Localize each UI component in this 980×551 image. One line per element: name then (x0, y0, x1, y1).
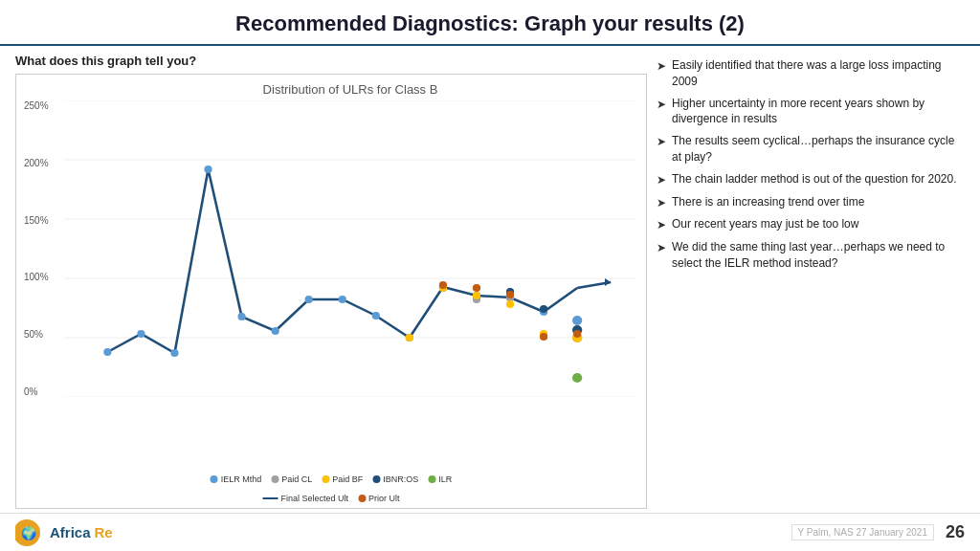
svg-point-29 (506, 300, 514, 308)
bullet-text-7: We did the same thing last year…perhaps … (672, 239, 965, 272)
svg-point-14 (339, 296, 346, 303)
bullet-3: ➤ The results seem cyclical…perhaps the … (657, 133, 965, 165)
svg-point-38 (506, 291, 514, 298)
africa-re-logo-icon: 🌍 (15, 518, 46, 548)
bullet-text-5: There is an increasing trend over time (672, 194, 864, 210)
chart-svg: 2005 2006 2007 2008 2009 2010 2011 2012 … (64, 100, 636, 397)
svg-point-7 (103, 348, 111, 356)
legend-dot-ielr (211, 475, 218, 483)
chart-container: Distribution of ULRs for Class B 250% 20… (15, 74, 647, 509)
slide-header: Recommended Diagnostics: Graph your resu… (0, 0, 980, 46)
svg-point-39 (540, 333, 547, 341)
page-number: 26 (946, 522, 965, 542)
bullet-arrow-3: ➤ (657, 134, 666, 150)
legend-dot-paidcl (271, 475, 278, 483)
svg-point-15 (372, 312, 380, 320)
legend-dot-paidbf (322, 475, 329, 483)
slide-title: Recommended Diagnostics: Graph your resu… (19, 11, 961, 36)
bullet-6: ➤ Our recent years may just be too low (657, 216, 965, 233)
legend-ibnros: IBNR:OS (372, 474, 418, 484)
svg-point-10 (204, 165, 212, 173)
svg-point-12 (272, 327, 279, 335)
logo: 🌍 Africa Re (15, 518, 113, 548)
chart-question: What does this graph tell you? (15, 54, 647, 68)
svg-point-37 (473, 284, 480, 292)
legend-prior: Prior Ult (358, 494, 400, 503)
bullet-text-6: Our recent years may just be too low (672, 216, 858, 232)
svg-point-26 (406, 334, 413, 342)
svg-point-21 (572, 316, 582, 325)
bullet-arrow-1: ➤ (657, 58, 666, 75)
slide: Recommended Diagnostics: Graph your resu… (0, 0, 980, 551)
chart-title: Distribution of ULRs for Class B (64, 82, 636, 97)
right-panel: ➤ Easily identified that there was a lar… (657, 54, 965, 509)
legend-ielr: IELR Mthd (211, 474, 262, 484)
bullet-7: ➤ We did the same thing last year…perhap… (657, 239, 965, 272)
bullet-text-4: The chain ladder method is out of the qu… (672, 171, 957, 187)
svg-point-40 (573, 330, 581, 338)
svg-point-11 (237, 313, 245, 320)
footer-right: Y Palm, NAS 27 January 2021 26 (791, 522, 965, 542)
svg-point-33 (540, 305, 547, 313)
bullet-2: ➤ Higher uncertainty in more recent year… (657, 96, 965, 128)
bullet-arrow-7: ➤ (657, 240, 666, 256)
legend-final: Final Selected Ult (262, 494, 348, 503)
legend-dot-ibnros (372, 475, 380, 483)
bullet-arrow-6: ➤ (657, 217, 666, 233)
svg-marker-6 (605, 278, 611, 286)
bullet-5: ➤ There is an increasing trend over time (657, 194, 965, 211)
legend-dot-ilr (428, 475, 435, 483)
bullet-arrow-4: ➤ (657, 172, 666, 188)
bullet-1: ➤ Easily identified that there was a lar… (657, 57, 965, 90)
bullet-text-1: Easily identified that there was a large… (672, 57, 965, 90)
left-panel: What does this graph tell you? Distribut… (15, 54, 647, 509)
logo-africa-text: Africa (50, 524, 91, 540)
bullet-4: ➤ The chain ladder method is out of the … (657, 171, 965, 188)
legend-paidbf: Paid BF (322, 474, 363, 484)
slide-footer: 🌍 Africa Re Y Palm, NAS 27 January 2021 … (0, 513, 980, 551)
svg-point-36 (439, 281, 447, 289)
bullet-text-2: Higher uncertainty in more recent years … (672, 96, 965, 128)
bullet-text-3: The results seem cyclical…perhaps the in… (672, 133, 965, 165)
slide-content: What does this graph tell you? Distribut… (0, 46, 980, 513)
svg-point-35 (572, 373, 582, 383)
legend-dot-prior (358, 495, 366, 502)
svg-point-28 (473, 292, 480, 299)
svg-text:🌍: 🌍 (21, 525, 37, 541)
footer-reference: Y Palm, NAS 27 January 2021 (791, 524, 934, 540)
svg-point-9 (170, 349, 178, 357)
logo-re-text: Re (95, 524, 113, 540)
bullet-arrow-2: ➤ (657, 97, 666, 113)
legend-line-final (262, 497, 278, 499)
chart-area: 250% 200% 150% 100% 50% 0% (64, 100, 636, 397)
legend-paidcl: Paid CL (271, 474, 312, 484)
legend-ilr: ILR (428, 474, 452, 484)
bullet-arrow-5: ➤ (657, 195, 666, 211)
y-axis: 250% 200% 150% 100% 50% 0% (24, 100, 49, 397)
chart-legend: IELR Mthd Paid CL Paid BF IBNR:OS (174, 474, 489, 503)
svg-point-8 (137, 330, 145, 338)
svg-point-13 (305, 296, 313, 303)
